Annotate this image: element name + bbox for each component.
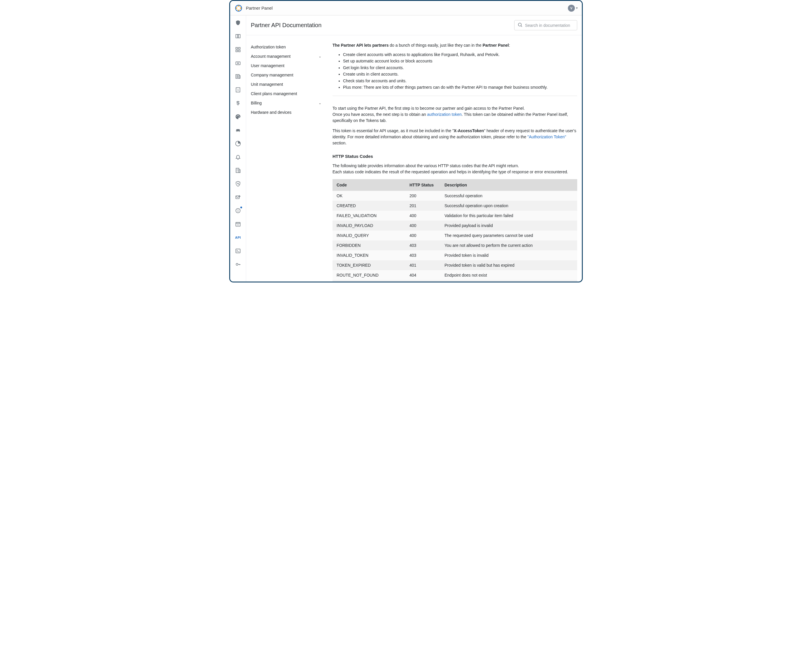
cell-status: 400 (405, 230, 440, 240)
cell-code: FORBIDDEN (332, 240, 405, 250)
nav-item-palette[interactable] (234, 113, 242, 121)
svg-rect-36 (236, 249, 241, 253)
toc-item[interactable]: Billing⌄ (250, 98, 324, 108)
status-desc-1: The following table provides information… (332, 163, 577, 169)
page-header: Partner API Documentation (246, 16, 582, 35)
link-auth-token[interactable]: authorization token (427, 112, 462, 117)
nav-item-vehicle[interactable] (234, 126, 242, 134)
intro-bullet: Create client accounts with access to ap… (343, 51, 577, 58)
intro-lead: The Partner API lets partners do a bunch… (332, 42, 577, 48)
nav-item-dollar[interactable] (234, 100, 242, 107)
cell-code: INVALID_PAYLOAD (332, 221, 405, 230)
nav-item-shield[interactable] (234, 19, 242, 27)
avatar[interactable]: V (568, 5, 575, 12)
svg-rect-19 (236, 168, 239, 173)
svg-point-38 (236, 263, 238, 265)
toc-item-label: Unit management (251, 82, 283, 87)
toc-item-label: Client plans management (251, 91, 297, 96)
cell-code: CREATED (332, 201, 405, 211)
cell-code: FAILED_VALIDATION (332, 211, 405, 221)
svg-rect-20 (239, 170, 240, 173)
search-box[interactable] (514, 20, 577, 30)
cell-desc: Provided token is valid but has expired (440, 260, 577, 270)
nav-item-payment[interactable] (234, 59, 242, 67)
table-row: INVALID_TOKEN403Provided token is invali… (332, 250, 577, 260)
cell-desc: Successful operation (440, 191, 577, 201)
svg-rect-7 (236, 62, 241, 65)
nav-item-chart[interactable] (234, 140, 242, 148)
svg-point-27 (237, 183, 239, 184)
toc-item[interactable]: Authorization token (250, 42, 324, 52)
svg-text:21: 21 (237, 224, 239, 226)
cell-desc: Validation for this particular item fail… (440, 211, 577, 221)
table-row: FAILED_VALIDATION400Validation for this … (332, 211, 577, 221)
svg-rect-2 (238, 35, 241, 38)
search-input[interactable] (525, 23, 574, 28)
toc-item[interactable]: Unit management (250, 80, 324, 89)
nav-item-building[interactable] (234, 167, 242, 174)
svg-rect-3 (236, 48, 238, 49)
cell-status: 503 (405, 280, 440, 282)
page-title: Partner API Documentation (251, 22, 321, 29)
start-paragraph-1: To start using the Partner API, the firs… (332, 105, 577, 124)
nav-item-key[interactable] (234, 260, 242, 268)
toc-item[interactable]: Company management (250, 70, 324, 80)
cell-desc: You are not allowed to perform the curre… (440, 240, 577, 250)
nav-item-grid[interactable] (234, 46, 242, 53)
nav-item-shield-gear[interactable] (234, 180, 242, 187)
svg-text:$: $ (237, 89, 239, 91)
nav-item-news[interactable] (234, 73, 242, 80)
cell-code: ROUTE_NOT_FOUND (332, 270, 405, 280)
svg-point-32 (238, 209, 238, 210)
nav-item-invoice[interactable]: $ (234, 86, 242, 94)
cell-status: 400 (405, 221, 440, 230)
link-auth-token-section[interactable]: "Authorization Token" (527, 135, 566, 139)
table-row: ROUTE_NOT_FOUND404Endpoint does not exis… (332, 270, 577, 280)
toc-item[interactable]: Hardware and devices (250, 108, 324, 117)
intro-bullet: Check stats for accounts and units. (343, 78, 577, 84)
svg-line-43 (521, 26, 522, 27)
chevron-down-icon: ⌄ (318, 101, 321, 105)
cell-desc: Successful operation upon creation (440, 201, 577, 211)
nav-item-date[interactable]: 21 (234, 220, 242, 228)
chevron-down-icon[interactable]: ▾ (576, 6, 578, 10)
nav-item-compose[interactable] (234, 194, 242, 201)
cell-status: 201 (405, 201, 440, 211)
nav-rail: $ 21 API (230, 16, 246, 282)
cell-desc: Endpoint does not exist (440, 270, 577, 280)
nav-item-api[interactable]: API (234, 234, 242, 241)
svg-rect-6 (239, 50, 241, 52)
svg-rect-4 (239, 48, 241, 49)
table-row: FORBIDDEN403You are not allowed to perfo… (332, 240, 577, 250)
cell-code: INVALID_QUERY (332, 230, 405, 240)
nav-item-bell[interactable] (234, 153, 242, 161)
topbar: Partner Panel V ▾ (230, 1, 582, 16)
chevron-down-icon: ⌄ (318, 54, 321, 58)
search-icon (518, 22, 525, 28)
start-paragraph-2: This token is essential for API usage, a… (332, 128, 577, 146)
cell-code: TOKEN_EXPIRED (332, 260, 405, 270)
toc: Authorization tokenAccount management⌄Us… (246, 35, 328, 282)
cell-status: 403 (405, 250, 440, 260)
nav-item-info[interactable] (234, 207, 242, 214)
intro-bullet: Set up automatic account locks or block … (343, 58, 577, 64)
cell-status: 400 (405, 211, 440, 221)
svg-point-42 (518, 23, 521, 26)
cell-code: INVALID_TOKEN (332, 250, 405, 260)
toc-item-label: Company management (251, 73, 293, 77)
notification-dot-icon (240, 206, 242, 209)
cell-desc: Provided token is invalid (440, 250, 577, 260)
toc-item-label: Authorization token (251, 44, 286, 49)
toc-item-label: Billing (251, 101, 262, 105)
status-heading: HTTP Status Codes (332, 154, 577, 159)
toc-item[interactable]: Client plans management (250, 89, 324, 98)
table-row: SERVICE_UNAVAILABLE503Could not use exte… (332, 280, 577, 282)
th-code: Code (332, 179, 405, 191)
toc-item[interactable]: Account management⌄ (250, 52, 324, 61)
nav-item-columns[interactable] (234, 32, 242, 40)
toc-item[interactable]: User management (250, 61, 324, 70)
svg-point-8 (237, 63, 238, 63)
nav-item-terminal[interactable] (234, 247, 242, 255)
table-row: INVALID_PAYLOAD400Provided payload is in… (332, 221, 577, 230)
toc-item-label: Account management (251, 54, 291, 59)
